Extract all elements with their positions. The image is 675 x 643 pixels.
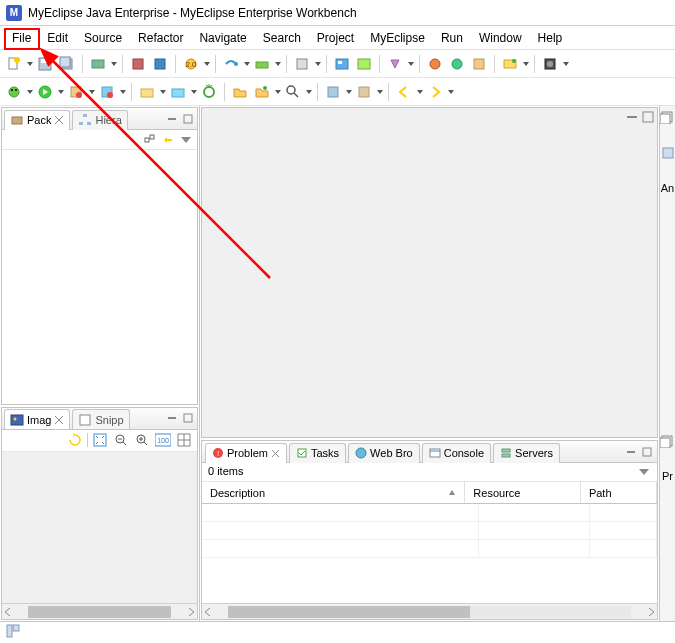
tab-image-preview[interactable]: Imag xyxy=(4,409,70,429)
perspective-icon[interactable] xyxy=(6,624,20,641)
open-type-button[interactable] xyxy=(230,82,250,102)
toolbar-icon[interactable] xyxy=(425,54,445,74)
col-description[interactable]: Description xyxy=(202,482,465,503)
toolbar-icon[interactable] xyxy=(97,82,117,102)
new-dropdown[interactable] xyxy=(26,62,33,66)
package-explorer-body[interactable] xyxy=(2,150,197,404)
minimize-icon[interactable] xyxy=(625,110,639,124)
dropdown-icon[interactable] xyxy=(407,62,414,66)
problems-hscroll[interactable] xyxy=(202,603,657,619)
debug-button[interactable] xyxy=(4,82,24,102)
toolbar-icon[interactable] xyxy=(252,82,272,102)
minimize-icon[interactable] xyxy=(624,445,638,459)
tab-tasks[interactable]: Tasks xyxy=(289,443,346,463)
sync-icon[interactable] xyxy=(66,431,84,449)
tab-console[interactable]: Console xyxy=(422,443,491,463)
grid-icon[interactable] xyxy=(175,431,193,449)
link-editor-icon[interactable] xyxy=(161,133,175,147)
toolbar-icon[interactable] xyxy=(221,54,241,74)
close-icon[interactable] xyxy=(271,449,280,458)
debug-dropdown[interactable] xyxy=(26,90,33,94)
menu-help[interactable]: Help xyxy=(530,29,571,47)
problems-table-body[interactable] xyxy=(202,504,657,603)
toolbar-icon[interactable] xyxy=(323,82,343,102)
forward-button[interactable] xyxy=(425,82,445,102)
tab-hierarchy[interactable]: Hiera xyxy=(72,110,127,130)
zoom-out-icon[interactable] xyxy=(112,431,130,449)
toolbar-icon[interactable] xyxy=(168,82,188,102)
tab-web-browser[interactable]: Web Bro xyxy=(348,443,420,463)
run-button[interactable] xyxy=(35,82,55,102)
tab-servers[interactable]: Servers xyxy=(493,443,560,463)
zoom-100-icon[interactable]: 100 xyxy=(154,431,172,449)
toolbar-icon[interactable] xyxy=(447,54,467,74)
search-button[interactable] xyxy=(283,82,303,102)
toolbar-icon[interactable] xyxy=(540,54,560,74)
dropdown-icon[interactable] xyxy=(562,62,569,66)
toolbar-icon[interactable] xyxy=(150,54,170,74)
dropdown-icon[interactable] xyxy=(376,90,383,94)
menu-window[interactable]: Window xyxy=(471,29,530,47)
menu-edit[interactable]: Edit xyxy=(39,29,76,47)
dropdown-icon[interactable] xyxy=(110,62,117,66)
toolbar-icon[interactable] xyxy=(469,54,489,74)
toolbar-icon[interactable] xyxy=(354,54,374,74)
toolbar-icon[interactable] xyxy=(128,54,148,74)
image-hscroll[interactable] xyxy=(2,603,197,619)
zoom-in-icon[interactable] xyxy=(133,431,151,449)
maximize-icon[interactable] xyxy=(641,110,655,124)
menu-source[interactable]: Source xyxy=(76,29,130,47)
dropdown-icon[interactable] xyxy=(274,62,281,66)
dropdown-icon[interactable] xyxy=(88,90,95,94)
run-dropdown[interactable] xyxy=(57,90,64,94)
dropdown-icon[interactable] xyxy=(190,90,197,94)
tab-package-explorer[interactable]: Pack xyxy=(4,110,70,130)
close-icon[interactable] xyxy=(54,115,64,125)
close-icon[interactable] xyxy=(54,415,64,425)
back-dropdown[interactable] xyxy=(416,90,423,94)
forward-dropdown[interactable] xyxy=(447,90,454,94)
menu-navigate[interactable]: Navigate xyxy=(191,29,254,47)
restore-icon[interactable] xyxy=(660,434,676,450)
dropdown-icon[interactable] xyxy=(314,62,321,66)
dropdown-icon[interactable] xyxy=(345,90,352,94)
tab-snippets[interactable]: Snipp xyxy=(72,409,129,429)
menu-file[interactable]: File xyxy=(4,29,39,47)
toolbar-icon[interactable]: 2.0 xyxy=(181,54,201,74)
toolbar-icon[interactable] xyxy=(292,54,312,74)
new-button[interactable] xyxy=(4,54,24,74)
toolbar-icon[interactable] xyxy=(66,82,86,102)
toolbar-icon[interactable] xyxy=(137,82,157,102)
dropdown-icon[interactable] xyxy=(522,62,529,66)
save-all-button[interactable] xyxy=(57,54,77,74)
view-menu-icon[interactable] xyxy=(637,465,651,479)
dropdown-icon[interactable] xyxy=(119,90,126,94)
menu-run[interactable]: Run xyxy=(433,29,471,47)
col-resource[interactable]: Resource xyxy=(465,482,581,503)
minimized-view-annotation[interactable] xyxy=(661,146,675,162)
menu-search[interactable]: Search xyxy=(255,29,309,47)
restore-icon[interactable] xyxy=(660,110,676,126)
toolbar-icon[interactable] xyxy=(354,82,374,102)
menu-project[interactable]: Project xyxy=(309,29,362,47)
menu-refactor[interactable]: Refactor xyxy=(130,29,191,47)
toolbar-icon[interactable] xyxy=(88,54,108,74)
col-path[interactable]: Path xyxy=(581,482,657,503)
collapse-all-icon[interactable] xyxy=(143,133,157,147)
minimize-icon[interactable] xyxy=(165,411,179,425)
dropdown-icon[interactable] xyxy=(305,90,312,94)
maximize-icon[interactable] xyxy=(181,411,195,425)
save-button[interactable] xyxy=(35,54,55,74)
dropdown-icon[interactable] xyxy=(203,62,210,66)
maximize-icon[interactable] xyxy=(181,112,195,126)
zoom-fit-icon[interactable] xyxy=(91,431,109,449)
editor-area[interactable] xyxy=(201,107,658,438)
minimize-icon[interactable] xyxy=(165,112,179,126)
dropdown-icon[interactable] xyxy=(159,90,166,94)
toolbar-icon[interactable] xyxy=(199,82,219,102)
image-preview-body[interactable] xyxy=(2,452,197,603)
toolbar-icon[interactable] xyxy=(385,54,405,74)
maximize-icon[interactable] xyxy=(640,445,654,459)
dropdown-icon[interactable] xyxy=(243,62,250,66)
toolbar-icon[interactable] xyxy=(332,54,352,74)
